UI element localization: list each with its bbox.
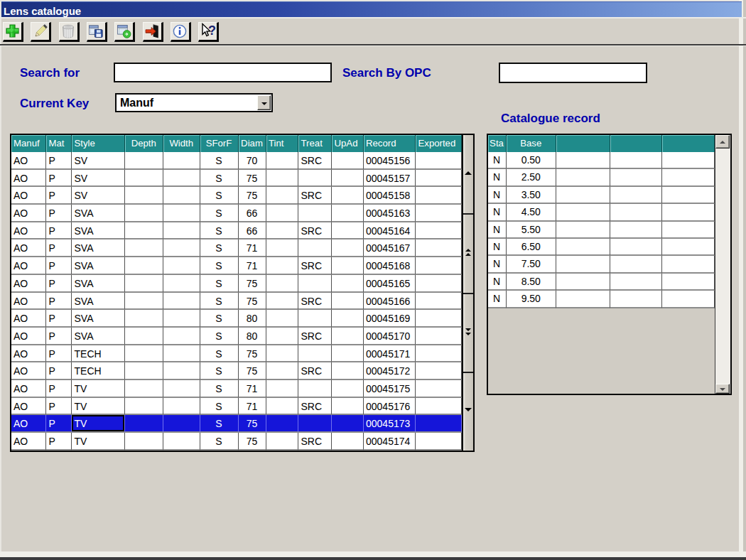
- svg-text:?: ?: [208, 23, 216, 38]
